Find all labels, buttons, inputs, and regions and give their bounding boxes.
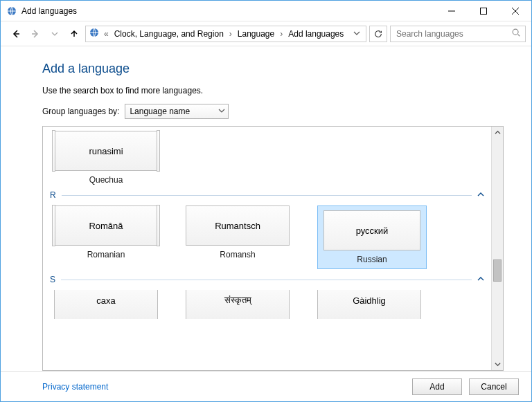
scroll-down-button[interactable]: [492, 358, 503, 370]
group-by-label: Group languages by:: [42, 107, 119, 116]
section-divider: [61, 280, 472, 280]
language-native-name: саха: [96, 295, 115, 306]
breadcrumb-item[interactable]: Add languages: [287, 29, 345, 39]
search-box[interactable]: [390, 26, 526, 42]
refresh-button[interactable]: [369, 26, 387, 42]
bottom-bar: Privacy statement Add Cancel: [1, 371, 531, 401]
search-icon: [511, 28, 521, 39]
recent-locations-button[interactable]: [46, 26, 63, 42]
language-native-name: Rumantsch: [215, 221, 260, 231]
language-group-r-items: Română Romanian Rumantsch Romansh русски…: [50, 205, 484, 269]
language-native-name: русский: [356, 226, 389, 236]
language-tile-face: Română: [54, 205, 158, 246]
cancel-button-label: Cancel: [481, 382, 506, 392]
section-divider: [62, 195, 472, 196]
page-heading: Add a language: [42, 62, 504, 76]
language-list-viewport: runasimi Quechua R Română Romanian: [43, 127, 491, 370]
chevron-right-icon: ›: [228, 29, 233, 39]
minimize-button[interactable]: [436, 1, 468, 21]
language-english-name: Quechua: [89, 175, 123, 185]
scroll-up-button[interactable]: [492, 127, 503, 138]
language-tile-romansh[interactable]: Rumantsch Romansh: [186, 205, 290, 269]
language-list: runasimi Quechua R Română Romanian: [42, 126, 504, 371]
window-title: Add languages: [21, 6, 77, 16]
language-group-s-items: саха संस्कृतम् Gàidhlig: [50, 290, 484, 319]
navbar: « Clock, Language, and Region › Language…: [1, 21, 531, 46]
scroll-track[interactable]: [492, 138, 503, 358]
language-tile-sakha[interactable]: саха: [54, 290, 158, 319]
section-header-s[interactable]: S: [50, 275, 484, 284]
chevron-down-icon: [218, 107, 225, 116]
breadcrumb-item[interactable]: Language: [236, 29, 276, 39]
chevron-right-icon: «: [103, 29, 110, 39]
privacy-link[interactable]: Privacy statement: [42, 382, 108, 392]
group-by-value: Language name: [130, 107, 190, 116]
language-english-name: Romanian: [87, 250, 125, 259]
address-bar[interactable]: « Clock, Language, and Region › Language…: [85, 26, 366, 42]
group-by-dropdown[interactable]: Language name: [125, 104, 229, 119]
up-button[interactable]: [66, 26, 82, 42]
group-by-row: Group languages by: Language name: [42, 104, 504, 119]
search-input[interactable]: [395, 28, 507, 39]
page-subtext: Use the search box to find more language…: [42, 86, 504, 95]
language-tile-face: runasimi: [54, 131, 158, 171]
section-letter: R: [50, 190, 56, 200]
chevron-up-icon: [477, 190, 484, 200]
language-native-name: Gàidhlig: [353, 295, 386, 306]
language-tile-face: русский: [323, 210, 420, 250]
svg-point-3: [513, 29, 518, 35]
section-header-r[interactable]: R: [50, 190, 484, 200]
forward-button[interactable]: [27, 26, 44, 42]
cancel-button[interactable]: Cancel: [469, 378, 519, 395]
language-group-q-items: runasimi Quechua: [50, 131, 484, 185]
titlebar: Add languages: [1, 1, 531, 21]
add-button[interactable]: Add: [412, 378, 462, 395]
add-button-label: Add: [429, 382, 444, 392]
app-icon: [6, 6, 17, 17]
close-button[interactable]: [499, 1, 531, 21]
chevron-right-icon: ›: [278, 29, 284, 39]
back-button[interactable]: [8, 26, 24, 42]
language-tile-face: संस्कृतम्: [186, 290, 290, 319]
language-tile-quechua[interactable]: runasimi Quechua: [54, 131, 158, 185]
language-tile-romanian[interactable]: Română Romanian: [54, 205, 158, 269]
control-panel-icon: [89, 27, 100, 40]
language-tile-face: саха: [54, 290, 158, 319]
svg-rect-1: [481, 8, 487, 14]
language-tile-russian[interactable]: русский Russian: [317, 205, 427, 269]
language-tile-sanskrit[interactable]: संस्कृतम्: [186, 290, 290, 319]
section-letter: S: [50, 275, 55, 284]
language-native-name: संस्कृतम्: [224, 295, 251, 306]
language-native-name: Română: [89, 221, 123, 231]
language-native-name: runasimi: [89, 146, 123, 156]
scrollbar[interactable]: [491, 127, 503, 370]
content-area: Add a language Use the search box to fin…: [1, 46, 531, 371]
breadcrumb-item[interactable]: Clock, Language, and Region: [113, 29, 225, 39]
maximize-button[interactable]: [468, 1, 499, 21]
address-dropdown-button[interactable]: [351, 29, 363, 39]
language-english-name: Russian: [357, 255, 387, 264]
scroll-thumb[interactable]: [493, 259, 502, 282]
chevron-up-icon: [477, 275, 484, 284]
language-english-name: Romansh: [220, 250, 255, 259]
language-tile-scottish-gaelic[interactable]: Gàidhlig: [317, 290, 421, 319]
language-tile-face: Gàidhlig: [317, 290, 421, 319]
language-tile-face: Rumantsch: [186, 205, 290, 246]
